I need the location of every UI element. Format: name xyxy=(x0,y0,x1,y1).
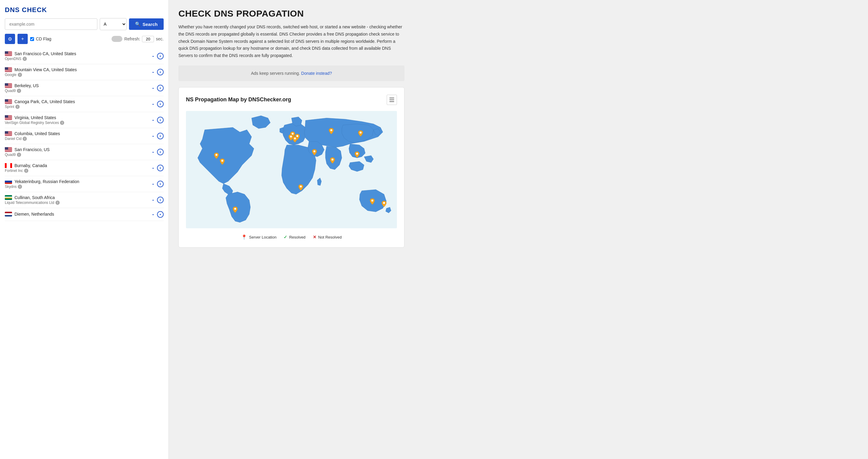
legend-resolved: ✓ Resolved xyxy=(284,235,305,239)
list-item: San Francisco CA, United States OpenDNS … xyxy=(5,48,164,64)
svg-point-7 xyxy=(290,136,292,138)
world-map xyxy=(186,111,397,229)
server-provider: Fortinet Inc i xyxy=(5,169,152,173)
info-icon[interactable]: i xyxy=(24,169,28,173)
info-icon[interactable]: i xyxy=(23,57,27,61)
flag-icon xyxy=(5,195,12,200)
right-panel: CHECK DNS PROPAGATION Whether you have r… xyxy=(169,0,868,459)
server-select-toggle[interactable] xyxy=(157,149,164,155)
remove-server-button[interactable]: - xyxy=(152,133,154,139)
map-container: NS Propagation Map by DNSChecker.org xyxy=(179,87,404,248)
flag-icon xyxy=(5,51,12,56)
search-row: A AAAA CNAME MX NS TXT SOA PTR 🔍 Search xyxy=(5,18,164,30)
remove-server-button[interactable]: - xyxy=(152,53,154,59)
server-actions: - xyxy=(152,101,164,107)
remove-server-button[interactable]: - xyxy=(152,117,154,123)
server-select-toggle[interactable] xyxy=(157,211,164,218)
info-icon[interactable]: i xyxy=(17,152,21,157)
server-select-toggle[interactable] xyxy=(157,197,164,203)
server-select-toggle[interactable] xyxy=(157,101,164,107)
server-actions: - xyxy=(152,181,164,187)
refresh-value-input[interactable] xyxy=(142,36,154,42)
svg-point-1 xyxy=(216,154,217,155)
server-info: Burnaby, Canada Fortinet Inc i xyxy=(5,163,152,173)
server-select-toggle[interactable] xyxy=(157,165,164,171)
remove-server-button[interactable]: - xyxy=(152,165,154,171)
x-icon: ✕ xyxy=(313,235,316,239)
filter-icon: ⚙ xyxy=(8,36,12,42)
server-select-toggle[interactable] xyxy=(157,133,164,139)
info-icon[interactable]: i xyxy=(16,105,20,109)
server-select-toggle[interactable] xyxy=(157,53,164,59)
flag-icon xyxy=(5,163,12,168)
remove-server-button[interactable]: - xyxy=(152,85,154,91)
info-icon[interactable]: i xyxy=(18,184,22,189)
search-input[interactable] xyxy=(5,19,97,30)
menu-line-1 xyxy=(390,98,394,98)
cd-flag-checkbox-label[interactable]: CD Flag xyxy=(30,36,51,41)
svg-point-9 xyxy=(313,150,315,152)
filter-button[interactable]: ⚙ xyxy=(5,34,15,44)
server-location: San Francisco, US xyxy=(5,147,152,152)
server-provider: Skydns i xyxy=(5,184,152,189)
server-actions: - xyxy=(152,85,164,91)
server-location: Yekaterinburg, Russian Federation xyxy=(5,179,152,184)
remove-server-button[interactable]: - xyxy=(152,101,154,107)
record-type-select[interactable]: A AAAA CNAME MX NS TXT SOA PTR xyxy=(100,18,127,30)
menu-line-3 xyxy=(390,101,394,102)
donate-link[interactable]: Donate instead? xyxy=(301,71,332,76)
server-location: Canoga Park, CA, United States xyxy=(5,99,152,104)
server-actions: - xyxy=(152,133,164,139)
map-legend: 📍 Server Location ✓ Resolved ✕ Not Resol… xyxy=(186,234,397,240)
svg-point-5 xyxy=(296,135,298,137)
remove-server-button[interactable]: - xyxy=(152,181,154,187)
server-actions: - xyxy=(152,53,164,59)
refresh-toggle[interactable] xyxy=(112,36,122,42)
search-icon: 🔍 xyxy=(135,21,141,27)
add-server-button[interactable]: + xyxy=(18,34,28,44)
server-info: Yekaterinburg, Russian Federation Skydns… xyxy=(5,179,152,189)
map-header: NS Propagation Map by DNSChecker.org xyxy=(186,95,397,105)
info-icon[interactable]: i xyxy=(56,201,60,205)
info-icon[interactable]: i xyxy=(18,73,22,77)
legend-server-location: 📍 Server Location xyxy=(241,234,276,240)
remove-server-button[interactable]: - xyxy=(152,149,154,155)
server-select-toggle[interactable] xyxy=(157,117,164,123)
server-info: San Francisco, US Quad9 i xyxy=(5,147,152,157)
server-info: Diemen, Netherlands xyxy=(5,212,152,217)
svg-point-2 xyxy=(221,160,223,162)
left-panel: DNS CHECK A AAAA CNAME MX NS TXT SOA PTR… xyxy=(0,0,169,459)
list-item: Diemen, Netherlands - xyxy=(5,208,164,221)
server-actions: - xyxy=(152,149,164,155)
server-provider: Quad9 i xyxy=(5,152,152,157)
remove-server-button[interactable]: - xyxy=(152,197,154,203)
remove-server-button[interactable]: - xyxy=(152,212,154,217)
svg-point-6 xyxy=(294,138,296,139)
info-icon[interactable]: i xyxy=(60,121,64,125)
server-info: Berkeley, US Quad9 i xyxy=(5,83,152,93)
list-item: Canoga Park, CA, United States Sprint i … xyxy=(5,96,164,112)
server-select-toggle[interactable] xyxy=(157,69,164,76)
server-location: Mountain View CA, United States xyxy=(5,67,152,72)
svg-point-14 xyxy=(371,200,373,201)
ads-banner: Ads keep servers running. Donate instead… xyxy=(179,65,404,81)
server-select-toggle[interactable] xyxy=(157,85,164,91)
cd-flag-checkbox[interactable] xyxy=(30,37,34,41)
flag-icon xyxy=(5,115,12,120)
server-actions: - xyxy=(152,69,164,76)
page-description: Whether you have recently changed your D… xyxy=(179,24,404,59)
toolbar-row: ⚙ + CD Flag Refresh: sec. xyxy=(5,34,164,44)
server-actions: - xyxy=(152,117,164,123)
flag-icon xyxy=(5,147,12,152)
server-actions: - xyxy=(152,197,164,203)
map-menu-button[interactable] xyxy=(387,95,397,105)
server-location: Cullinan, South Africa xyxy=(5,195,152,200)
remove-server-button[interactable]: - xyxy=(152,69,154,75)
server-location: Berkeley, US xyxy=(5,83,152,88)
info-icon[interactable]: i xyxy=(17,89,21,93)
menu-line-2 xyxy=(390,99,394,100)
server-select-toggle[interactable] xyxy=(157,181,164,187)
svg-point-8 xyxy=(330,130,332,131)
search-button[interactable]: 🔍 Search xyxy=(129,19,164,30)
info-icon[interactable]: i xyxy=(23,137,27,141)
